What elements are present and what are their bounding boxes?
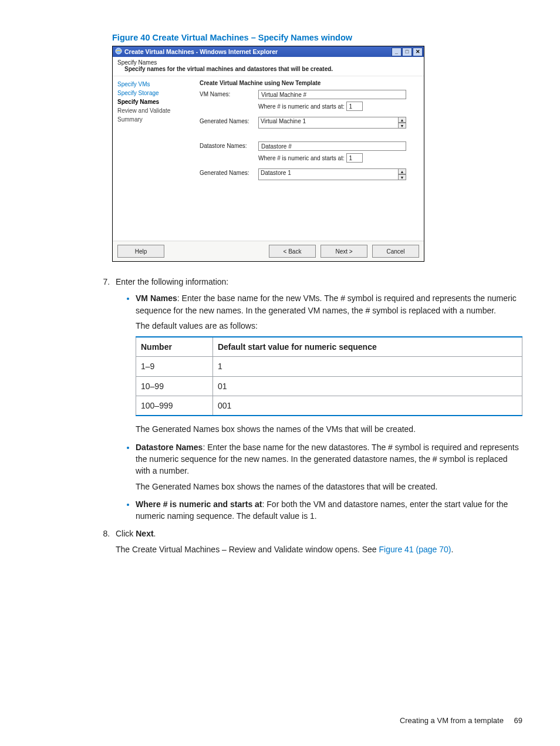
table-cell: 001 <box>212 396 522 416</box>
bullet-vm-names: VM Names: Enter the base name for the ne… <box>136 292 522 435</box>
maximize-button[interactable]: □ <box>402 48 412 56</box>
figure-41-link[interactable]: Figure 41 (page 70) <box>379 545 451 554</box>
bullet-vm-names-title: VM Names <box>136 293 177 303</box>
default-values-line: The default values are as follows: <box>136 320 522 332</box>
ie-icon <box>115 48 122 56</box>
spin-down-icon[interactable]: ▼ <box>398 123 406 129</box>
table-header-default: Default start value for numeric sequence <box>212 337 522 357</box>
window-title: Create Virtual Machines - Windows Intern… <box>124 48 278 55</box>
window-titlebar: Create Virtual Machines - Windows Intern… <box>113 46 424 57</box>
defaults-table: Number Default start value for numeric s… <box>136 336 522 416</box>
cancel-button[interactable]: Cancel <box>372 245 419 258</box>
step8-para: The Create Virtual Machines – Review and… <box>116 545 379 554</box>
spin-up-icon[interactable]: ▲ <box>398 117 406 123</box>
wizard-main: Create Virtual Machine using New Templat… <box>200 76 424 241</box>
table-cell: 01 <box>212 376 522 396</box>
wizard-footer: Help < Back Next > Cancel <box>113 241 424 261</box>
bullet-vm-names-text: : Enter the base name for the new VMs. T… <box>136 293 517 315</box>
vm-names-label: VM Names: <box>200 90 258 97</box>
step8-suffix: . <box>154 529 156 538</box>
minimize-button[interactable]: _ <box>392 48 402 56</box>
table-row: 100–999 001 <box>136 396 522 416</box>
generated-names-ds-line: The Generated Names box shows the names … <box>136 481 522 492</box>
help-button[interactable]: Help <box>117 245 164 258</box>
table-cell: 10–99 <box>136 376 213 396</box>
vm-generated-value: Virtual Machine 1 <box>261 118 306 124</box>
table-header-number: Number <box>136 337 213 357</box>
spin-up-icon[interactable]: ▲ <box>398 168 406 174</box>
spin-down-icon[interactable]: ▼ <box>398 174 406 180</box>
close-button[interactable]: ✕ <box>413 48 423 56</box>
nav-review-validate: Review and Validate <box>117 106 195 115</box>
step7-intro: Enter the following information: <box>116 277 228 286</box>
ds-generated-label: Generated Names: <box>200 168 258 176</box>
step-8: Click Next. The Create Virtual Machines … <box>112 528 522 555</box>
nav-specify-vms[interactable]: Specify VMs <box>117 80 195 89</box>
back-button[interactable]: < Back <box>269 245 316 258</box>
vm-numeric-label: Where # is numeric and starts at: <box>258 103 345 110</box>
vm-start-input[interactable]: 1 <box>346 102 363 111</box>
wizard-step-title: Specify Names <box>117 59 419 66</box>
nav-specify-storage[interactable]: Specify Storage <box>117 89 195 97</box>
table-row: 1–9 1 <box>136 357 522 376</box>
ds-numeric-label: Where # is numeric and starts at: <box>258 155 345 161</box>
wizard-header: Specify Names Specify names for the virt… <box>113 57 424 76</box>
bullet-ds-title: Datastore Names <box>136 443 203 452</box>
steps-list: Enter the following information: VM Name… <box>38 276 522 555</box>
vm-generated-listbox[interactable]: Virtual Machine 1 ▲ ▼ <box>258 117 406 129</box>
step8-prefix: Click <box>116 529 136 538</box>
nav-specify-names: Specify Names <box>117 97 195 106</box>
document-page: Figure 40 Create Virtual Machines – Spec… <box>0 0 560 746</box>
ds-generated-listbox[interactable]: Datastore 1 ▲ ▼ <box>258 168 406 180</box>
ds-start-input[interactable]: 1 <box>346 153 363 163</box>
table-row: 10–99 01 <box>136 376 522 396</box>
page-number: 69 <box>514 716 522 725</box>
footer-text: Creating a VM from a template <box>400 716 504 725</box>
step8-bold: Next <box>136 529 153 538</box>
step8-period: . <box>451 545 453 554</box>
ds-generated-value: Datastore 1 <box>261 170 291 176</box>
table-cell: 1–9 <box>136 357 213 376</box>
vm-names-input[interactable]: Virtual Machine # <box>258 90 406 99</box>
section-title: Create Virtual Machine using New Templat… <box>200 80 418 86</box>
table-cell: 100–999 <box>136 396 213 416</box>
table-cell: 1 <box>212 357 522 376</box>
ds-names-label: Datastore Names: <box>200 141 258 149</box>
page-footer: Creating a VM from a template 69 <box>400 716 522 725</box>
wizard-step-subtitle: Specify names for the virtual machines a… <box>124 66 419 72</box>
bullet-where-title: Where # is numeric and starts at <box>136 499 262 509</box>
bullet-datastore-names: Datastore Names: Enter the base name for… <box>136 441 522 492</box>
screenshot-window: Create Virtual Machines - Windows Intern… <box>112 46 424 262</box>
generated-names-vm-line: The Generated Names box shows the names … <box>136 423 522 435</box>
nav-summary: Summary <box>117 115 195 124</box>
table-header-row: Number Default start value for numeric s… <box>136 337 522 357</box>
wizard-nav: Specify VMs Specify Storage Specify Name… <box>113 76 200 241</box>
vm-generated-label: Generated Names: <box>200 117 258 124</box>
ds-names-input[interactable]: Datastore # <box>258 141 406 151</box>
figure-title: Figure 40 Create Virtual Machines – Spec… <box>112 33 522 42</box>
step-7: Enter the following information: VM Name… <box>112 276 522 522</box>
bullet-where-numeric: Where # is numeric and starts at: For bo… <box>136 498 522 522</box>
next-button[interactable]: Next > <box>321 245 367 258</box>
